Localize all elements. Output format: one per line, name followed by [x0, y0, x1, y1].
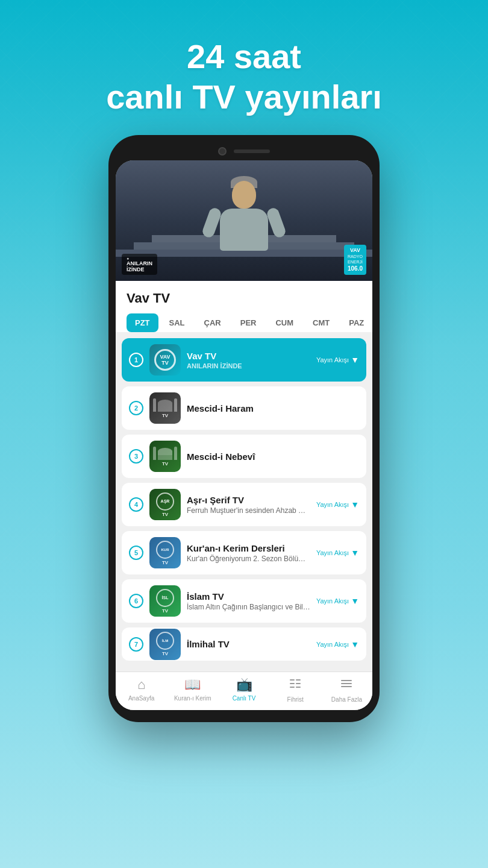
- channel-name-7: İlmihal TV: [187, 639, 310, 649]
- nav-anasayfa[interactable]: ⌂ AnaSayfa: [116, 677, 167, 703]
- header-section: 24 saat canlı TV yayınları: [0, 0, 488, 135]
- channel-header: Vav TV PZT SAL ÇAR PER CUM CMT PAZ: [116, 281, 372, 332]
- yayin-akisi-5[interactable]: Yayın Akışı ▼: [316, 548, 359, 558]
- video-scene: ● ANILARIN İZİNDE VAV RADYO ENERJİ 106.0: [116, 160, 372, 281]
- phone-screen: ● ANILARIN İZİNDE VAV RADYO ENERJİ 106.0: [116, 160, 372, 710]
- channel-subtitle-1: ANILARIN İZİNDE: [187, 362, 310, 370]
- yayin-label-4: Yayın Akışı: [316, 501, 349, 508]
- section-title: Vav TV: [127, 291, 361, 306]
- nav-canli-label: Canlı TV: [233, 695, 256, 702]
- svg-rect-8: [341, 686, 352, 687]
- nav-anasayfa-label: AnaSayfa: [128, 695, 154, 702]
- channel-list: 1 VAVTV Vav TV ANILARIN İZİNDE Yayın Akı…: [116, 332, 372, 671]
- tab-paz[interactable]: PAZ: [340, 313, 372, 332]
- video-overlay-right: VAV RADYO ENERJİ 106.0: [344, 245, 366, 275]
- channel-info-2: Mescid-i Haram: [187, 403, 359, 414]
- yayin-akisi-1[interactable]: Yayın Akışı ▼: [316, 355, 359, 365]
- chevron-icon-1: ▼: [351, 355, 359, 365]
- yayin-label-7: Yayın Akışı: [316, 641, 349, 648]
- tv-icon: 📺: [236, 677, 252, 693]
- channel-info-3: Mescid-i Nebevî: [187, 451, 359, 462]
- chevron-icon-5: ▼: [351, 548, 359, 558]
- yayin-label-1: Yayın Akışı: [316, 356, 349, 363]
- phone-body: ● ANILARIN İZİNDE VAV RADYO ENERJİ 106.0: [108, 135, 380, 722]
- channel-right-4: Yayın Akışı ▼: [316, 500, 359, 509]
- nav-fihrist[interactable]: Fihrist: [270, 677, 321, 703]
- yayin-label-5: Yayın Akışı: [316, 549, 349, 556]
- tab-pzt[interactable]: PZT: [127, 313, 158, 332]
- svg-rect-7: [341, 683, 352, 684]
- speaker-figure: [220, 176, 268, 251]
- channel-name-1: Vav TV: [187, 351, 310, 361]
- nav-fihrist-label: Fihrist: [287, 696, 304, 703]
- yayin-akisi-7[interactable]: Yayın Akışı ▼: [316, 640, 359, 649]
- channel-logo-7: İLM TV: [149, 629, 181, 660]
- channel-number-2: 2: [129, 401, 143, 415]
- phone-mockup: ● ANILARIN İZİNDE VAV RADYO ENERJİ 106.0: [0, 135, 488, 722]
- tab-cmt[interactable]: CMT: [304, 313, 338, 332]
- channel-item-1[interactable]: 1 VAVTV Vav TV ANILARIN İZİNDE Yayın Akı…: [122, 338, 366, 382]
- more-icon: [340, 677, 353, 694]
- svg-rect-1: [296, 679, 301, 681]
- chevron-icon-4: ▼: [351, 500, 359, 509]
- channel-name-4: Aşr-ı Şerif TV: [187, 495, 310, 505]
- nav-kuran-label: Kuran-ı Kerim: [174, 695, 211, 702]
- speaker-torso: [220, 209, 268, 251]
- yayin-label-6: Yayın Akışı: [316, 597, 349, 605]
- tab-cum[interactable]: CUM: [267, 313, 302, 332]
- channel-item-6[interactable]: 6 İSL TV İslam TV İslam Altın Çağının Ba…: [122, 579, 366, 623]
- list-icon: [289, 677, 302, 694]
- channel-subtitle-4: Ferruh Muştuer'in sesinden Ahzab Su...: [187, 506, 310, 515]
- svg-rect-0: [290, 679, 295, 681]
- channel-right-1: Yayın Akışı ▼: [316, 355, 359, 365]
- nav-daha-label: Daha Fazla: [331, 696, 362, 703]
- nav-kuran[interactable]: 📖 Kuran-ı Kerim: [167, 677, 218, 703]
- channel-logo-2: TV: [149, 392, 181, 424]
- channel-logo-5: KUR TV: [149, 537, 181, 568]
- yayin-akisi-6[interactable]: Yayın Akışı ▼: [316, 596, 359, 606]
- header-title: 24 saat canlı TV yayınları: [0, 36, 488, 117]
- svg-rect-6: [341, 680, 352, 681]
- tab-sal[interactable]: SAL: [161, 313, 193, 332]
- channel-number-1: 1: [129, 353, 143, 367]
- speaker-head: [232, 181, 256, 209]
- channel-item-3[interactable]: 3 TV: [122, 435, 366, 478]
- channel-info-6: İslam TV İslam Altın Çağının Başlangıcı …: [187, 591, 310, 611]
- phone-notch: [116, 147, 372, 156]
- channel-item-5[interactable]: 5 KUR TV Kur'an-ı Kerim Dersleri Kur'an …: [122, 531, 366, 574]
- nav-canli[interactable]: 📺 Canlı TV: [218, 677, 269, 703]
- channel-item-2[interactable]: 2 TV: [122, 386, 366, 430]
- video-overlay-left: ● ANILARIN İZİNDE: [122, 254, 157, 275]
- yayin-akisi-4[interactable]: Yayın Akışı ▼: [316, 500, 359, 509]
- channel-logo-4: AŞR TV: [149, 489, 181, 520]
- channel-number-4: 4: [129, 497, 143, 512]
- svg-rect-4: [290, 687, 295, 688]
- phone-speaker: [234, 149, 270, 153]
- book-icon: 📖: [184, 677, 201, 693]
- channel-item-4[interactable]: 4 AŞR TV Aşr-ı Şerif TV Ferruh Muştuer'i…: [122, 483, 366, 526]
- channel-subtitle-5: Kur'an Öğreniyorum 2. Sezon Bölüm...: [187, 555, 310, 563]
- channel-number-7: 7: [129, 637, 143, 652]
- day-tabs: PZT SAL ÇAR PER CUM CMT PAZ: [127, 313, 361, 332]
- phone-camera: [218, 147, 227, 156]
- chevron-icon-7: ▼: [351, 640, 359, 649]
- channel-name-5: Kur'an-ı Kerim Dersleri: [187, 543, 310, 553]
- svg-rect-5: [296, 687, 301, 688]
- channel-logo-3: TV: [149, 441, 181, 472]
- svg-rect-3: [296, 683, 301, 684]
- bottom-navigation: ⌂ AnaSayfa 📖 Kuran-ı Kerim 📺 Canlı TV: [116, 671, 372, 710]
- video-player[interactable]: ● ANILARIN İZİNDE VAV RADYO ENERJİ 106.0: [116, 160, 372, 281]
- nav-daha[interactable]: Daha Fazla: [321, 677, 372, 703]
- channel-name-3: Mescid-i Nebevî: [187, 451, 359, 462]
- svg-rect-2: [290, 683, 295, 684]
- channel-item-7[interactable]: 7 İLM TV İlmihal TV: [122, 627, 366, 661]
- tab-car[interactable]: ÇAR: [196, 313, 230, 332]
- channel-name-6: İslam TV: [187, 591, 310, 602]
- channel-number-3: 3: [129, 449, 143, 464]
- channel-logo-6: İSL TV: [149, 585, 181, 617]
- home-icon: ⌂: [137, 677, 145, 693]
- tab-per[interactable]: PER: [232, 313, 265, 332]
- channel-number-6: 6: [129, 594, 143, 608]
- channel-name-2: Mescid-i Haram: [187, 403, 359, 414]
- channel-logo-1: VAVTV: [149, 344, 181, 376]
